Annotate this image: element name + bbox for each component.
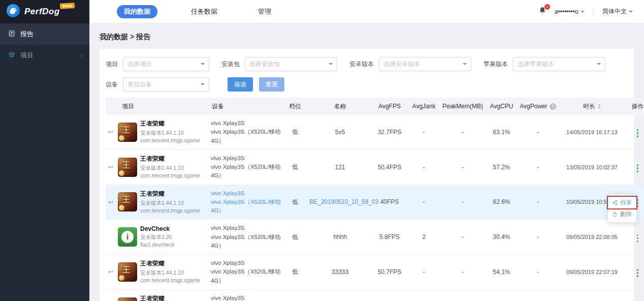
app-version: 安卓版本1.44.1.10 — [140, 269, 200, 277]
avgpower-cell: - — [518, 185, 558, 220]
sidebar-item-label: 报告 — [20, 29, 34, 39]
grade-cell: 低 — [282, 255, 308, 290]
report-name: hhhh — [308, 220, 372, 255]
col-header-duration[interactable]: 时长 — [558, 98, 626, 115]
chevron-down-icon — [581, 11, 585, 13]
avgfps-cell: 46.3FPS — [372, 289, 407, 301]
tab-task-data[interactable]: 任务数据 — [184, 5, 224, 18]
device-detail: vivo Xplay3S（X520L/移动4G） — [211, 128, 281, 145]
peakmem-cell: - — [440, 289, 485, 301]
sidebar-item-label: 项目 — [20, 51, 34, 60]
device-detail: vivo Xplay3S（X520L/移动4G） — [211, 267, 281, 285]
android-version-select[interactable]: 选择安卓版本 — [379, 57, 471, 71]
notification-bell-icon[interactable]: 1 — [538, 7, 546, 17]
data-card: 项目 选择项目 安装包 选择安装包 安卓版本 — [100, 49, 634, 301]
more-actions-icon[interactable] — [634, 128, 642, 139]
layers-icon — [8, 51, 15, 60]
tab-admin[interactable]: 管理 — [251, 5, 278, 18]
sidebar-item-reports[interactable]: 报告 — [0, 23, 89, 45]
logo-area: PerfDog Beta — [0, 0, 89, 23]
app-package: flar2.devcheck — [140, 241, 175, 249]
report-name: 5v5 — [308, 115, 372, 149]
col-header-project: 项目 — [106, 98, 210, 115]
app-package: com.tencent.tmgp.sgame — [140, 172, 200, 179]
reply-arrow-icon: ↩ — [107, 128, 115, 136]
app-name: 王者荣耀 — [140, 119, 200, 128]
reply-arrow-icon: ↩ — [107, 163, 115, 171]
table-row[interactable]: ↩ 王者荣耀 安卓版本1.44.1.10 com.tencent.tmgp.sg… — [106, 149, 644, 185]
report-name: 33333 — [308, 255, 372, 290]
more-actions-icon[interactable] — [634, 163, 642, 174]
device-detail: vivo Xplay3S（X520L/移动4G） — [211, 163, 281, 180]
device-name: vivo Xplay3S — [211, 154, 281, 163]
avgcpu-cell: 30.4% — [485, 220, 518, 255]
table-row[interactable]: ↩ 王者荣耀 安卓版本1.44.1.10 com.tencent.tmgp.sg… — [106, 255, 644, 290]
app-version: 安卓版本2.26 — [140, 233, 175, 241]
device-detail: vivo Xplay3S（X520L/移动4G） — [211, 233, 281, 251]
table-row[interactable]: ↩ 王者荣耀 安卓版本1.44.1.10 com.tencent.tmgp.sg… — [106, 289, 644, 301]
reply-arrow-icon: ↩ — [107, 198, 115, 206]
breadcrumb-my-data[interactable]: 我的数据 — [100, 33, 128, 41]
chevron-down-icon — [463, 63, 467, 65]
time-cell: 14/05/2019 16:17:13 — [558, 115, 626, 149]
chevron-down-icon — [329, 63, 333, 65]
device-name: vivo Xplay3S — [211, 294, 281, 301]
peakmem-cell: - — [440, 149, 485, 185]
time-cell: 09/05/2019 22:07:11 — [558, 289, 626, 301]
row-context-menu: 分享 删除 — [607, 194, 637, 223]
package-filter-label: 安装包 — [221, 60, 240, 69]
grade-cell: 低 — [282, 115, 308, 149]
app-package: com.tencent.tmgp.sgame — [140, 277, 200, 284]
device-name: vivo Xplay3S — [211, 259, 281, 267]
table-row[interactable]: ↩ 王者荣耀 安卓版本1.44.1.10 com.tencent.tmgp.sg… — [106, 115, 644, 149]
grade-cell: 低 — [282, 185, 308, 220]
filter-button[interactable]: 筛选 — [228, 77, 253, 92]
table-row[interactable]: i DevCheck 安卓版本2.26 flar2.devcheck vivo … — [106, 220, 644, 255]
app-version: 安卓版本1.44.1.10 — [140, 199, 200, 207]
app-icon-wzry — [118, 262, 137, 282]
col-header-actions: 操作 — [626, 98, 644, 115]
help-icon[interactable]: ? — [550, 103, 556, 110]
device-name: vivo Xplay3S — [211, 189, 281, 198]
delete-menu-item[interactable]: 删除 — [608, 208, 636, 220]
col-header-peakmem: PeakMem(MB) — [440, 98, 485, 115]
sidebar-item-projects[interactable]: 项目 › — [0, 45, 89, 66]
table-header-row: 项目 设备 档位 名称 AvgFPS AvgJank PeakMem(MB) A… — [106, 98, 644, 115]
grade-cell: 低 — [282, 289, 308, 301]
project-select[interactable]: 选择项目 — [123, 57, 209, 71]
col-header-avgjank: AvgJank — [407, 98, 440, 115]
package-select[interactable]: 选择安装包 — [245, 57, 337, 71]
project-filter-label: 项目 — [106, 60, 118, 69]
time-cell: 09/05/2019 22:08:05 — [558, 220, 626, 255]
avgfps-cell: 32.7FPS — [372, 115, 407, 149]
more-actions-icon[interactable] — [634, 267, 642, 279]
avgcpu-cell: 63.1% — [485, 115, 518, 149]
content-area: 我的数据 > 报告 项目 选择项目 安装包 — [89, 23, 644, 301]
breadcrumb-reports[interactable]: 报告 — [136, 33, 150, 41]
app-name: 王者荣耀 — [140, 294, 200, 301]
avgpower-cell: - — [518, 255, 558, 290]
avgjank-cell: - — [407, 255, 440, 290]
user-menu[interactable]: a••••••••o — [555, 8, 585, 15]
android-version-filter-label: 安卓版本 — [349, 60, 374, 69]
avgfps-cell: 50.4FPS — [372, 149, 407, 185]
table-row-selected[interactable]: ↩ 王者荣耀 安卓版本1.44.1.10 com.tencent.tmgp.sg… — [106, 185, 644, 220]
col-header-name: 名称 — [308, 98, 372, 115]
reset-button[interactable]: 重置 — [259, 77, 284, 92]
avgjank-cell: 2 — [407, 220, 440, 255]
avgjank-cell: - — [407, 185, 440, 220]
avgcpu-cell: 70.4% — [485, 289, 518, 301]
share-menu-item[interactable]: 分享 — [608, 197, 636, 208]
more-actions-icon[interactable] — [634, 233, 642, 244]
device-select[interactable]: 查找设备 — [123, 77, 209, 92]
trash-icon — [612, 212, 618, 217]
language-selector[interactable]: 简体中文 — [602, 7, 633, 16]
app-name: 王者荣耀 — [140, 155, 200, 163]
app-name: 王者荣耀 — [140, 259, 200, 268]
avgjank-cell: - — [407, 149, 440, 185]
app-icon-wzry — [118, 123, 137, 142]
app-icon-devcheck: i — [118, 227, 137, 247]
ios-version-select[interactable]: 选择苹果版本 — [513, 57, 605, 71]
device-name: vivo Xplay3S — [211, 119, 281, 128]
tab-my-data[interactable]: 我的数据 — [117, 5, 157, 18]
